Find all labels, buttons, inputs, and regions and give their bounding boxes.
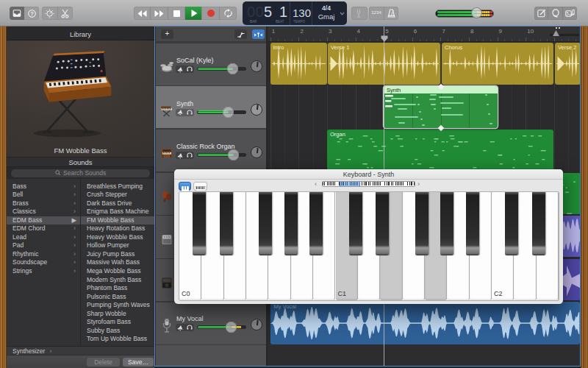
svg-text:?: ? [30, 10, 34, 17]
